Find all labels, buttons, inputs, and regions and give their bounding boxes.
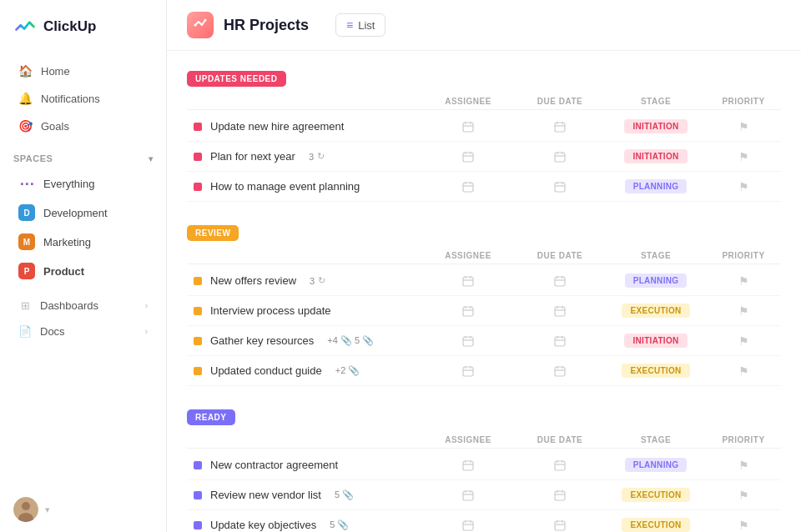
table-row[interactable]: New offers review 3↻ PLANNING ⚑ xyxy=(187,266,781,296)
sidebar-item-dashboards[interactable]: ⊞ Dashboards › xyxy=(5,294,161,318)
svg-rect-73 xyxy=(555,491,565,500)
stage-badge: EXECUTION xyxy=(622,304,689,318)
svg-rect-33 xyxy=(555,277,565,286)
marketing-dot: M xyxy=(18,233,35,250)
calendar-icon xyxy=(462,489,474,501)
flag-icon: ⚑ xyxy=(738,120,749,133)
svg-rect-57 xyxy=(555,367,565,376)
sidebar-item-marketing[interactable]: M Marketing xyxy=(5,228,161,256)
group-updates-needed: UPDATES NEEDED ASSIGNEE DUE DATE STAGE P… xyxy=(187,64,781,202)
group-ready: READY ASSIGNEE DUE DATE STAGE PRIORITY N… xyxy=(187,403,781,532)
svg-point-3 xyxy=(194,24,197,27)
sidebar-item-docs[interactable]: 📄 Docs › xyxy=(5,319,161,344)
group-updates-header: UPDATES NEEDED xyxy=(187,64,781,93)
flag-icon: ⚑ xyxy=(738,519,749,532)
table-row[interactable]: Interview process update EXECUTION ⚑ xyxy=(187,296,781,326)
dashboards-icon: ⊞ xyxy=(18,299,32,312)
table-row[interactable]: Review new vendor list 5 📎 EXECUTION ⚑ xyxy=(187,480,781,510)
svg-point-4 xyxy=(204,19,207,22)
main-content: HR Projects ≡ List UPDATES NEEDED ASSIGN… xyxy=(167,0,801,532)
sidebar-nav: 🏠 Home 🔔 Notifications 🎯 Goals xyxy=(0,53,166,143)
stage-badge: INITIATION xyxy=(624,334,687,348)
sidebar-item-goals[interactable]: 🎯 Goals xyxy=(5,113,161,139)
flag-icon: ⚑ xyxy=(738,489,749,502)
calendar-icon xyxy=(554,519,566,531)
spaces-list: ⋯ Everything D Development M Marketing P… xyxy=(0,168,166,286)
task-dot xyxy=(194,183,202,191)
svg-rect-5 xyxy=(463,123,473,132)
table-row[interactable]: Gather key resources +4 📎 5 📎 INITIATION… xyxy=(187,326,781,356)
logo: ClickUp xyxy=(0,0,166,53)
svg-rect-45 xyxy=(463,337,473,346)
flag-icon: ⚑ xyxy=(738,304,749,318)
task-dot xyxy=(194,123,202,131)
svg-rect-81 xyxy=(555,521,565,530)
project-icon xyxy=(187,12,214,38)
table-row[interactable]: Update new hire agreement INITIATION ⚑ xyxy=(187,112,781,142)
stage-badge: INITIATION xyxy=(624,149,687,163)
calendar-icon xyxy=(462,335,474,347)
calendar-icon xyxy=(462,459,474,471)
table-row[interactable]: How to manage event planning PLANNING ⚑ xyxy=(187,172,781,202)
calendar-icon xyxy=(554,305,566,317)
task-dot xyxy=(194,277,202,285)
group-ready-header: READY xyxy=(187,403,781,432)
chevron-icon: ▾ xyxy=(149,154,154,163)
sidebar-item-development[interactable]: D Development xyxy=(5,198,161,227)
svg-rect-37 xyxy=(463,307,473,316)
updates-needed-badge: UPDATES NEEDED xyxy=(187,71,286,87)
table-row[interactable]: New contractor agreement PLANNING ⚑ xyxy=(187,450,781,480)
goal-icon: 🎯 xyxy=(18,119,33,133)
main-header: HR Projects ≡ List xyxy=(167,0,801,51)
table-row[interactable]: Updated conduct guide +2 📎 EXECUTION ⚑ xyxy=(187,356,781,386)
calendar-icon xyxy=(462,181,474,193)
development-dot: D xyxy=(18,204,35,221)
sidebar: ClickUp 🏠 Home 🔔 Notifications 🎯 Goals S… xyxy=(0,0,167,532)
calendar-icon xyxy=(462,519,474,531)
flag-icon: ⚑ xyxy=(738,274,749,288)
sidebar-item-product[interactable]: P Product xyxy=(5,257,161,285)
table-row[interactable]: Plan for next year 3↻ INITIATION ⚑ xyxy=(187,142,781,172)
flag-icon: ⚑ xyxy=(738,150,749,163)
calendar-icon xyxy=(554,335,566,347)
dashboards-arrow: › xyxy=(145,301,148,310)
home-icon: 🏠 xyxy=(18,64,33,78)
svg-rect-77 xyxy=(463,521,473,530)
stage-badge: EXECUTION xyxy=(622,364,689,378)
review-badge: REVIEW xyxy=(187,225,239,241)
svg-rect-29 xyxy=(463,277,473,286)
sidebar-item-everything[interactable]: ⋯ Everything xyxy=(5,169,161,198)
list-view-icon: ≡ xyxy=(346,18,353,32)
calendar-icon xyxy=(554,181,566,193)
svg-rect-21 xyxy=(463,183,473,192)
sidebar-item-home[interactable]: 🏠 Home xyxy=(5,58,161,84)
calendar-icon xyxy=(554,489,566,501)
svg-rect-61 xyxy=(463,461,473,470)
calendar-icon xyxy=(554,365,566,377)
svg-rect-53 xyxy=(463,367,473,376)
sidebar-item-notifications[interactable]: 🔔 Notifications xyxy=(5,85,161,112)
user-avatar[interactable] xyxy=(13,497,38,522)
calendar-icon xyxy=(462,275,474,287)
stage-badge: PLANNING xyxy=(625,458,688,472)
stage-badge: EXECUTION xyxy=(622,488,689,502)
project-title: HR Projects xyxy=(224,17,309,34)
svg-rect-49 xyxy=(555,337,565,346)
svg-rect-41 xyxy=(555,307,565,316)
view-selector[interactable]: ≡ List xyxy=(335,13,385,37)
flag-icon: ⚑ xyxy=(738,459,749,472)
docs-icon: 📄 xyxy=(18,325,32,338)
calendar-icon xyxy=(462,365,474,377)
table-row[interactable]: Update key objectives 5 📎 EXECUTION ⚑ xyxy=(187,510,781,532)
task-dot xyxy=(194,461,202,469)
calendar-icon xyxy=(554,121,566,133)
calendar-icon xyxy=(462,305,474,317)
flag-icon: ⚑ xyxy=(738,364,749,378)
flag-icon: ⚑ xyxy=(738,180,749,193)
svg-rect-65 xyxy=(555,461,565,470)
docs-arrow: › xyxy=(145,327,148,336)
task-dot xyxy=(194,367,202,375)
sidebar-bottom: ▾ xyxy=(0,487,166,532)
task-dot xyxy=(194,153,202,161)
flag-icon: ⚑ xyxy=(738,334,749,348)
